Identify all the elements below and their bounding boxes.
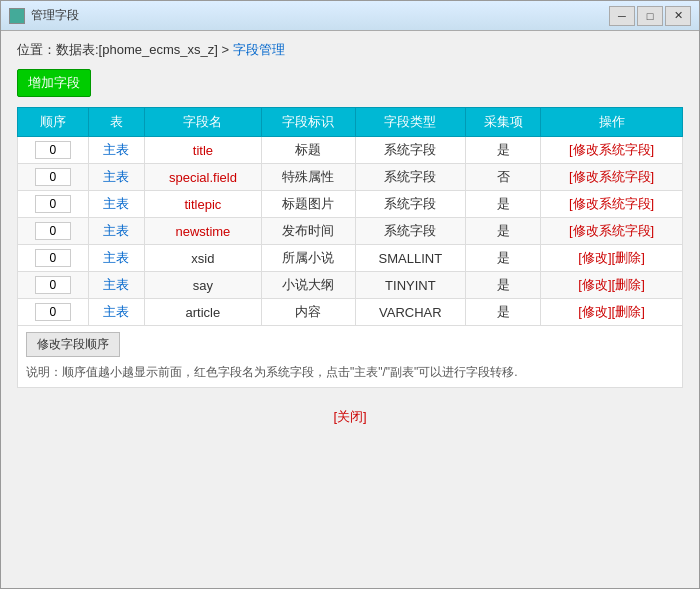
col-actions: 操作 — [541, 108, 683, 137]
cell-field-id: 标题 — [261, 137, 355, 164]
table-row: 主表xsid所属小说SMALLINT是[修改][删除] — [18, 245, 683, 272]
table-row: 主表newstime发布时间系统字段是[修改系统字段] — [18, 218, 683, 245]
cell-order — [18, 299, 89, 326]
cell-field-type: 系统字段 — [355, 191, 466, 218]
cell-field-name: say — [145, 272, 262, 299]
content-area: 位置：数据表:[phome_ecms_xs_z] > 字段管理 增加字段 顺序 … — [1, 31, 699, 588]
col-field-id: 字段标识 — [261, 108, 355, 137]
title-bar: 管理字段 ─ □ ✕ — [1, 1, 699, 31]
order-input[interactable] — [35, 195, 71, 213]
cell-field-name: title — [145, 137, 262, 164]
cell-field-id: 特殊属性 — [261, 164, 355, 191]
cell-actions: [修改系统字段] — [541, 191, 683, 218]
action-link-1[interactable]: [删除] — [612, 250, 645, 265]
add-field-button[interactable]: 增加字段 — [17, 69, 91, 97]
table-row: 主表article内容VARCHAR是[修改][删除] — [18, 299, 683, 326]
action-link-1[interactable]: [删除] — [612, 304, 645, 319]
cell-collect: 是 — [466, 299, 541, 326]
col-order: 顺序 — [18, 108, 89, 137]
action-link-0[interactable]: [修改系统字段] — [569, 169, 654, 184]
col-field-name: 字段名 — [145, 108, 262, 137]
table-row: 主表title标题系统字段是[修改系统字段] — [18, 137, 683, 164]
window-title: 管理字段 — [31, 7, 609, 24]
action-link-0[interactable]: [修改] — [578, 304, 611, 319]
cell-table[interactable]: 主表 — [88, 299, 144, 326]
cell-field-type: VARCHAR — [355, 299, 466, 326]
cell-field-type: TINYINT — [355, 272, 466, 299]
order-input[interactable] — [35, 222, 71, 240]
cell-order — [18, 164, 89, 191]
breadcrumb: 位置：数据表:[phome_ecms_xs_z] > 字段管理 — [17, 41, 683, 59]
cell-collect: 否 — [466, 164, 541, 191]
close-link[interactable]: [关闭] — [333, 409, 366, 424]
cell-order — [18, 137, 89, 164]
sort-button[interactable]: 修改字段顺序 — [26, 332, 120, 357]
cell-actions: [修改][删除] — [541, 299, 683, 326]
main-window: 管理字段 ─ □ ✕ 位置：数据表:[phome_ecms_xs_z] > 字段… — [0, 0, 700, 589]
cell-order — [18, 218, 89, 245]
cell-field-type: 系统字段 — [355, 218, 466, 245]
cell-collect: 是 — [466, 137, 541, 164]
action-link-0[interactable]: [修改系统字段] — [569, 223, 654, 238]
cell-collect: 是 — [466, 272, 541, 299]
cell-collect: 是 — [466, 218, 541, 245]
order-input[interactable] — [35, 141, 71, 159]
cell-actions: [修改][删除] — [541, 272, 683, 299]
close-link-wrap: [关闭] — [17, 408, 683, 426]
order-input[interactable] — [35, 168, 71, 186]
window-icon — [9, 8, 25, 24]
cell-actions: [修改系统字段] — [541, 218, 683, 245]
cell-actions: [修改][删除] — [541, 245, 683, 272]
cell-field-type: 系统字段 — [355, 164, 466, 191]
cell-collect: 是 — [466, 191, 541, 218]
fields-table: 顺序 表 字段名 字段标识 字段类型 采集项 操作 主表title标题系统字段是… — [17, 107, 683, 326]
note-text: 说明：顺序值越小越显示前面，红色字段名为系统字段，点击"主表"/"副表"可以进行… — [26, 363, 674, 381]
cell-table[interactable]: 主表 — [88, 272, 144, 299]
table-row: 主表titlepic标题图片系统字段是[修改系统字段] — [18, 191, 683, 218]
cell-field-id: 所属小说 — [261, 245, 355, 272]
table-footer: 修改字段顺序 说明：顺序值越小越显示前面，红色字段名为系统字段，点击"主表"/"… — [17, 326, 683, 388]
close-button[interactable]: ✕ — [665, 6, 691, 26]
action-link-0[interactable]: [修改系统字段] — [569, 196, 654, 211]
breadcrumb-current[interactable]: 字段管理 — [233, 42, 285, 57]
cell-order — [18, 272, 89, 299]
action-link-0[interactable]: [修改系统字段] — [569, 142, 654, 157]
breadcrumb-separator: > — [221, 42, 232, 57]
cell-field-name: newstime — [145, 218, 262, 245]
cell-field-name: special.field — [145, 164, 262, 191]
cell-collect: 是 — [466, 245, 541, 272]
cell-field-name: article — [145, 299, 262, 326]
order-input[interactable] — [35, 249, 71, 267]
action-link-0[interactable]: [修改] — [578, 277, 611, 292]
cell-table[interactable]: 主表 — [88, 245, 144, 272]
cell-order — [18, 245, 89, 272]
cell-table[interactable]: 主表 — [88, 137, 144, 164]
cell-table[interactable]: 主表 — [88, 218, 144, 245]
col-collect: 采集项 — [466, 108, 541, 137]
col-table: 表 — [88, 108, 144, 137]
minimize-button[interactable]: ─ — [609, 6, 635, 26]
cell-field-id: 标题图片 — [261, 191, 355, 218]
cell-actions: [修改系统字段] — [541, 164, 683, 191]
cell-order — [18, 191, 89, 218]
cell-field-type: 系统字段 — [355, 137, 466, 164]
table-row: 主表say小说大纲TINYINT是[修改][删除] — [18, 272, 683, 299]
order-input[interactable] — [35, 276, 71, 294]
action-link-1[interactable]: [删除] — [612, 277, 645, 292]
cell-actions: [修改系统字段] — [541, 137, 683, 164]
cell-field-id: 发布时间 — [261, 218, 355, 245]
cell-table[interactable]: 主表 — [88, 191, 144, 218]
cell-field-id: 小说大纲 — [261, 272, 355, 299]
cell-field-type: SMALLINT — [355, 245, 466, 272]
cell-field-name: titlepic — [145, 191, 262, 218]
maximize-button[interactable]: □ — [637, 6, 663, 26]
table-row: 主表special.field特殊属性系统字段否[修改系统字段] — [18, 164, 683, 191]
table-header-row: 顺序 表 字段名 字段标识 字段类型 采集项 操作 — [18, 108, 683, 137]
order-input[interactable] — [35, 303, 71, 321]
col-field-type: 字段类型 — [355, 108, 466, 137]
cell-table[interactable]: 主表 — [88, 164, 144, 191]
window-controls: ─ □ ✕ — [609, 6, 691, 26]
cell-field-name: xsid — [145, 245, 262, 272]
breadcrumb-prefix: 位置：数据表:[phome_ecms_xs_z] — [17, 42, 218, 57]
action-link-0[interactable]: [修改] — [578, 250, 611, 265]
